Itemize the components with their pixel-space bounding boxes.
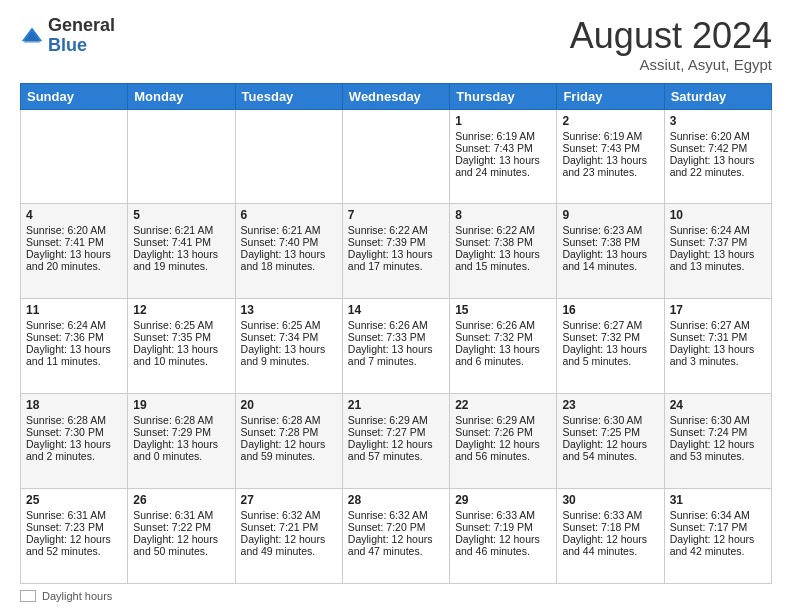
sunrise: Sunrise: 6:29 AM: [455, 414, 535, 426]
sunrise: Sunrise: 6:19 AM: [562, 130, 642, 142]
sunset: Sunset: 7:35 PM: [133, 331, 211, 343]
daylight: Daylight: 13 hours and 9 minutes.: [241, 343, 326, 367]
day-number: 30: [562, 493, 658, 507]
daylight: Daylight: 13 hours and 20 minutes.: [26, 248, 111, 272]
sunset: Sunset: 7:39 PM: [348, 236, 426, 248]
sunset: Sunset: 7:42 PM: [670, 142, 748, 154]
day-cell: [235, 109, 342, 204]
week-row-5: 25 Sunrise: 6:31 AM Sunset: 7:23 PM Dayl…: [21, 489, 772, 584]
sunrise: Sunrise: 6:20 AM: [670, 130, 750, 142]
sunset: Sunset: 7:38 PM: [455, 236, 533, 248]
sunrise: Sunrise: 6:19 AM: [455, 130, 535, 142]
day-cell: 25 Sunrise: 6:31 AM Sunset: 7:23 PM Dayl…: [21, 489, 128, 584]
sunrise: Sunrise: 6:28 AM: [133, 414, 213, 426]
sunset: Sunset: 7:38 PM: [562, 236, 640, 248]
day-number: 3: [670, 114, 766, 128]
daylight: Daylight: 13 hours and 2 minutes.: [26, 438, 111, 462]
day-number: 6: [241, 208, 337, 222]
day-number: 7: [348, 208, 444, 222]
day-number: 28: [348, 493, 444, 507]
logo-icon: [20, 24, 44, 48]
sunset: Sunset: 7:36 PM: [26, 331, 104, 343]
daylight: Daylight: 13 hours and 19 minutes.: [133, 248, 218, 272]
daylight: Daylight: 12 hours and 56 minutes.: [455, 438, 540, 462]
sunset: Sunset: 7:21 PM: [241, 521, 319, 533]
day-cell: 10 Sunrise: 6:24 AM Sunset: 7:37 PM Dayl…: [664, 204, 771, 299]
week-row-1: 1 Sunrise: 6:19 AM Sunset: 7:43 PM Dayli…: [21, 109, 772, 204]
day-cell: 21 Sunrise: 6:29 AM Sunset: 7:27 PM Dayl…: [342, 394, 449, 489]
daylight: Daylight: 13 hours and 14 minutes.: [562, 248, 647, 272]
sunrise: Sunrise: 6:24 AM: [26, 319, 106, 331]
daylight: Daylight: 12 hours and 46 minutes.: [455, 533, 540, 557]
day-cell: 30 Sunrise: 6:33 AM Sunset: 7:18 PM Dayl…: [557, 489, 664, 584]
sunrise: Sunrise: 6:29 AM: [348, 414, 428, 426]
day-number: 16: [562, 303, 658, 317]
sunset: Sunset: 7:27 PM: [348, 426, 426, 438]
day-cell: 31 Sunrise: 6:34 AM Sunset: 7:17 PM Dayl…: [664, 489, 771, 584]
sunset: Sunset: 7:40 PM: [241, 236, 319, 248]
sunrise: Sunrise: 6:25 AM: [241, 319, 321, 331]
week-row-4: 18 Sunrise: 6:28 AM Sunset: 7:30 PM Dayl…: [21, 394, 772, 489]
day-cell: 20 Sunrise: 6:28 AM Sunset: 7:28 PM Dayl…: [235, 394, 342, 489]
col-tuesday: Tuesday: [235, 83, 342, 109]
day-cell: 12 Sunrise: 6:25 AM Sunset: 7:35 PM Dayl…: [128, 299, 235, 394]
daylight: Daylight: 13 hours and 3 minutes.: [670, 343, 755, 367]
sunset: Sunset: 7:41 PM: [133, 236, 211, 248]
sunrise: Sunrise: 6:32 AM: [348, 509, 428, 521]
day-cell: [21, 109, 128, 204]
sunset: Sunset: 7:34 PM: [241, 331, 319, 343]
sunrise: Sunrise: 6:33 AM: [562, 509, 642, 521]
daylight: Daylight: 13 hours and 18 minutes.: [241, 248, 326, 272]
day-cell: 14 Sunrise: 6:26 AM Sunset: 7:33 PM Dayl…: [342, 299, 449, 394]
daylight: Daylight: 12 hours and 59 minutes.: [241, 438, 326, 462]
daylight: Daylight: 12 hours and 57 minutes.: [348, 438, 433, 462]
col-thursday: Thursday: [450, 83, 557, 109]
logo-general: General: [48, 15, 115, 35]
day-cell: 7 Sunrise: 6:22 AM Sunset: 7:39 PM Dayli…: [342, 204, 449, 299]
sunrise: Sunrise: 6:20 AM: [26, 224, 106, 236]
sunrise: Sunrise: 6:27 AM: [670, 319, 750, 331]
day-cell: 22 Sunrise: 6:29 AM Sunset: 7:26 PM Dayl…: [450, 394, 557, 489]
sunrise: Sunrise: 6:26 AM: [455, 319, 535, 331]
day-cell: 11 Sunrise: 6:24 AM Sunset: 7:36 PM Dayl…: [21, 299, 128, 394]
sunset: Sunset: 7:37 PM: [670, 236, 748, 248]
daylight: Daylight: 13 hours and 15 minutes.: [455, 248, 540, 272]
daylight: Daylight: 13 hours and 23 minutes.: [562, 154, 647, 178]
daylight: Daylight: 12 hours and 53 minutes.: [670, 438, 755, 462]
day-number: 27: [241, 493, 337, 507]
day-number: 24: [670, 398, 766, 412]
day-cell: 9 Sunrise: 6:23 AM Sunset: 7:38 PM Dayli…: [557, 204, 664, 299]
daylight: Daylight: 13 hours and 5 minutes.: [562, 343, 647, 367]
sunrise: Sunrise: 6:21 AM: [241, 224, 321, 236]
sunset: Sunset: 7:30 PM: [26, 426, 104, 438]
week-row-3: 11 Sunrise: 6:24 AM Sunset: 7:36 PM Dayl…: [21, 299, 772, 394]
day-cell: 23 Sunrise: 6:30 AM Sunset: 7:25 PM Dayl…: [557, 394, 664, 489]
daylight: Daylight: 13 hours and 11 minutes.: [26, 343, 111, 367]
col-saturday: Saturday: [664, 83, 771, 109]
header: General Blue August 2024 Assiut, Asyut, …: [20, 16, 772, 73]
sunrise: Sunrise: 6:22 AM: [348, 224, 428, 236]
sunrise: Sunrise: 6:32 AM: [241, 509, 321, 521]
daylight: Daylight: 13 hours and 10 minutes.: [133, 343, 218, 367]
sunset: Sunset: 7:23 PM: [26, 521, 104, 533]
sunset: Sunset: 7:22 PM: [133, 521, 211, 533]
day-number: 10: [670, 208, 766, 222]
col-sunday: Sunday: [21, 83, 128, 109]
sunrise: Sunrise: 6:25 AM: [133, 319, 213, 331]
day-number: 2: [562, 114, 658, 128]
location: Assiut, Asyut, Egypt: [570, 56, 772, 73]
daylight: Daylight: 12 hours and 52 minutes.: [26, 533, 111, 557]
sunrise: Sunrise: 6:30 AM: [670, 414, 750, 426]
day-cell: 29 Sunrise: 6:33 AM Sunset: 7:19 PM Dayl…: [450, 489, 557, 584]
title-block: August 2024 Assiut, Asyut, Egypt: [570, 16, 772, 73]
col-monday: Monday: [128, 83, 235, 109]
day-cell: 15 Sunrise: 6:26 AM Sunset: 7:32 PM Dayl…: [450, 299, 557, 394]
daylight: Daylight: 13 hours and 6 minutes.: [455, 343, 540, 367]
day-cell: 5 Sunrise: 6:21 AM Sunset: 7:41 PM Dayli…: [128, 204, 235, 299]
daylight: Daylight: 13 hours and 0 minutes.: [133, 438, 218, 462]
day-number: 29: [455, 493, 551, 507]
sunrise: Sunrise: 6:34 AM: [670, 509, 750, 521]
week-row-2: 4 Sunrise: 6:20 AM Sunset: 7:41 PM Dayli…: [21, 204, 772, 299]
sunrise: Sunrise: 6:31 AM: [133, 509, 213, 521]
sunrise: Sunrise: 6:31 AM: [26, 509, 106, 521]
